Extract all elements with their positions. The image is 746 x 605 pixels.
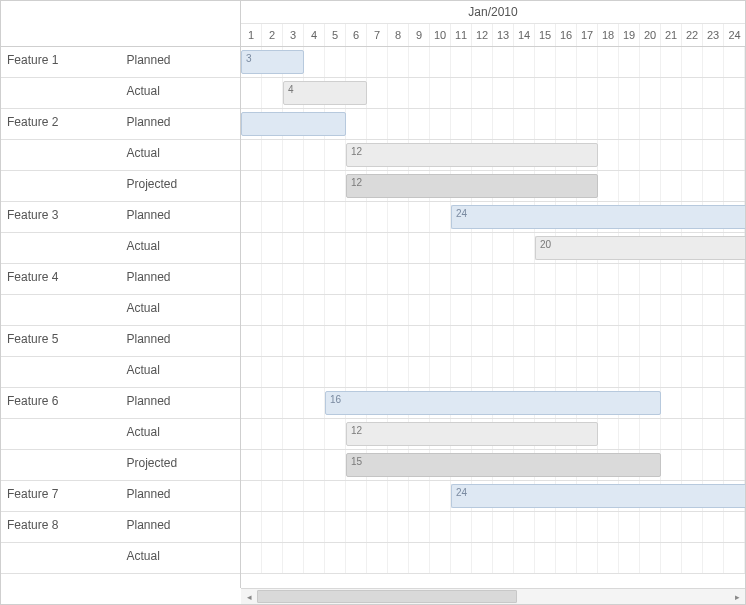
month-label: Jan/2010 <box>241 1 745 24</box>
row-type-cell: Planned <box>121 326 241 356</box>
label-row: Feature 8Planned <box>1 512 240 543</box>
scroll-left-button[interactable]: ◂ <box>241 589 257 604</box>
label-row: Actual <box>1 78 240 109</box>
horizontal-scrollbar[interactable]: ◂ ▸ <box>241 588 745 604</box>
gantt-body: Feature 1PlannedActualFeature 2PlannedAc… <box>1 47 745 588</box>
day-header-cell: 11 <box>451 24 472 46</box>
label-row: Feature 4Planned <box>1 264 240 295</box>
timeline-row: 12 <box>241 419 745 450</box>
gantt-bar-planned[interactable]: 24 <box>451 484 745 508</box>
timeline-row: 16 <box>241 388 745 419</box>
feature-name-cell <box>1 419 121 449</box>
feature-name-cell: Feature 7 <box>1 481 121 511</box>
timeline-row <box>241 109 745 140</box>
row-type-cell: Projected <box>121 171 241 201</box>
scroll-thumb[interactable] <box>257 590 517 603</box>
row-type-cell: Planned <box>121 512 241 542</box>
label-row: Actual <box>1 419 240 450</box>
day-header-cell: 21 <box>661 24 682 46</box>
day-header-cell: 17 <box>577 24 598 46</box>
timeline-row <box>241 543 745 574</box>
feature-name-cell: Feature 2 <box>1 109 121 139</box>
timeline-row <box>241 264 745 295</box>
row-type-cell: Actual <box>121 419 241 449</box>
row-type-cell: Planned <box>121 264 241 294</box>
day-header-cell: 6 <box>346 24 367 46</box>
header-right: Jan/2010 1234567891011121314151617181920… <box>241 1 745 46</box>
day-header-cell: 13 <box>493 24 514 46</box>
timeline-row: 12 <box>241 140 745 171</box>
day-header-cell: 12 <box>472 24 493 46</box>
feature-name-cell: Feature 3 <box>1 202 121 232</box>
feature-name-cell: Feature 5 <box>1 326 121 356</box>
day-header-cell: 15 <box>535 24 556 46</box>
timeline-row: 20 <box>241 233 745 264</box>
day-header-cell: 9 <box>409 24 430 46</box>
label-row: Feature 7Planned <box>1 481 240 512</box>
label-row: Actual <box>1 543 240 574</box>
timeline-row <box>241 512 745 543</box>
day-header-cell: 16 <box>556 24 577 46</box>
feature-name-cell <box>1 140 121 170</box>
feature-name-cell <box>1 171 121 201</box>
gantt-bar-projected[interactable]: 12 <box>346 174 598 198</box>
day-header-cell: 14 <box>514 24 535 46</box>
label-row: Feature 3Planned <box>1 202 240 233</box>
feature-name-cell <box>1 357 121 387</box>
timeline-row: 15 <box>241 450 745 481</box>
timeline-row <box>241 357 745 388</box>
row-type-cell: Actual <box>121 140 241 170</box>
day-header-cell: 18 <box>598 24 619 46</box>
label-row: Actual <box>1 295 240 326</box>
row-labels-column: Feature 1PlannedActualFeature 2PlannedAc… <box>1 47 241 588</box>
gantt-bar-actual[interactable]: 20 <box>535 236 745 260</box>
gantt-bar-actual[interactable]: 12 <box>346 422 598 446</box>
label-row: Feature 5Planned <box>1 326 240 357</box>
day-header-cell: 7 <box>367 24 388 46</box>
day-header-cell: 1 <box>241 24 262 46</box>
row-type-cell: Planned <box>121 388 241 418</box>
label-row: Projected <box>1 450 240 481</box>
day-header-cell: 23 <box>703 24 724 46</box>
timeline-row: 24 <box>241 481 745 512</box>
label-row: Feature 2Planned <box>1 109 240 140</box>
feature-name-cell: Feature 1 <box>1 47 121 77</box>
day-header-cell: 20 <box>640 24 661 46</box>
feature-name-cell <box>1 233 121 263</box>
gantt-bar-planned[interactable]: 16 <box>325 391 661 415</box>
feature-name-cell: Feature 8 <box>1 512 121 542</box>
day-header-cell: 22 <box>682 24 703 46</box>
row-type-cell: Actual <box>121 543 241 573</box>
row-type-cell: Actual <box>121 295 241 325</box>
feature-name-cell <box>1 295 121 325</box>
day-header-cell: 24 <box>724 24 745 46</box>
row-type-cell: Planned <box>121 481 241 511</box>
day-header-cell: 5 <box>325 24 346 46</box>
day-header-cell: 2 <box>262 24 283 46</box>
gantt-bar-projected[interactable]: 15 <box>346 453 661 477</box>
gantt-bar-planned[interactable]: 24 <box>451 205 745 229</box>
scroll-right-button[interactable]: ▸ <box>729 589 745 604</box>
timeline-row: 3 <box>241 47 745 78</box>
gantt-bar-actual[interactable]: 12 <box>346 143 598 167</box>
label-row: Actual <box>1 233 240 264</box>
feature-name-cell <box>1 543 121 573</box>
label-row: Feature 6Planned <box>1 388 240 419</box>
day-header-cell: 19 <box>619 24 640 46</box>
feature-name-cell: Feature 4 <box>1 264 121 294</box>
timeline-grid[interactable]: 341212242016121524 <box>241 47 745 588</box>
header-left-blank <box>1 1 241 46</box>
gantt-bar-actual[interactable]: 4 <box>283 81 367 105</box>
row-type-cell: Planned <box>121 202 241 232</box>
day-header-cell: 4 <box>304 24 325 46</box>
row-type-cell: Actual <box>121 233 241 263</box>
day-header-cell: 10 <box>430 24 451 46</box>
gantt-bar-planned[interactable]: 3 <box>241 50 304 74</box>
label-row: Actual <box>1 140 240 171</box>
scroll-track[interactable] <box>257 589 729 604</box>
day-header-cell: 3 <box>283 24 304 46</box>
timeline-row: 4 <box>241 78 745 109</box>
timeline-row: 12 <box>241 171 745 202</box>
row-type-cell: Planned <box>121 109 241 139</box>
gantt-bar-planned[interactable] <box>241 112 346 136</box>
